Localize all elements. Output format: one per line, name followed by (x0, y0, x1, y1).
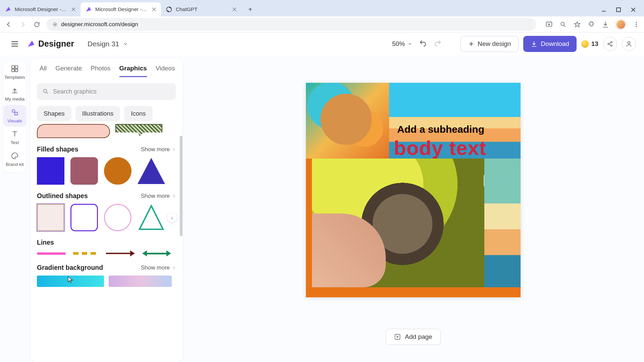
reload-button[interactable] (32, 20, 42, 29)
panel-scroll-area[interactable]: Filled shapes Show more Outlined shapes … (30, 124, 182, 362)
designer-logo-icon (27, 40, 36, 48)
line-arrow[interactable] (106, 250, 135, 256)
browser-tab[interactable]: ChatGPT (161, 2, 241, 16)
left-rail: Templates My media Visuals Text Brand ki… (0, 55, 30, 362)
app-logo[interactable]: Designer (27, 39, 74, 49)
install-app-icon[interactable] (545, 21, 553, 28)
designer-favicon-icon (85, 6, 92, 13)
rail-label: Text (11, 140, 19, 145)
workspace: Templates My media Visuals Text Brand ki… (0, 55, 644, 362)
redo-button[interactable] (434, 39, 442, 49)
browser-menu-icon[interactable] (633, 21, 640, 28)
tab-videos[interactable]: Videos (156, 65, 175, 77)
design-name-text: Design 31 (88, 40, 119, 48)
svg-point-6 (636, 22, 637, 23)
tab-graphics[interactable]: Graphics (119, 65, 147, 77)
chatgpt-favicon-icon (166, 6, 172, 13)
design-name-dropdown[interactable]: Design 31 (88, 40, 128, 48)
rail-label: My media (5, 97, 25, 102)
zoom-icon[interactable] (559, 21, 567, 28)
tab-photos[interactable]: Photos (91, 65, 110, 77)
minimize-icon[interactable] (601, 7, 606, 12)
rail-templates[interactable]: Templates (3, 61, 26, 83)
share-button[interactable] (603, 37, 617, 51)
filled-square-shape[interactable] (37, 157, 64, 185)
tab-generate[interactable]: Generate (55, 65, 82, 77)
filled-triangle-shape[interactable] (138, 158, 165, 184)
forward-button[interactable] (18, 20, 28, 29)
close-icon[interactable] (152, 7, 156, 12)
address-bar: designer.microsoft.com/design (0, 16, 644, 33)
chip-illustrations[interactable]: Illustrations (75, 106, 120, 121)
url-field[interactable]: designer.microsoft.com/design (46, 18, 536, 31)
browser-tab-active[interactable]: Microsoft Designer - Stunning (80, 2, 161, 16)
downloads-icon[interactable] (602, 21, 609, 28)
zoom-dropdown[interactable]: 50% (392, 40, 412, 48)
hamburger-menu-button[interactable] (8, 37, 21, 51)
back-button[interactable] (4, 20, 13, 29)
gradient-pastel[interactable] (109, 276, 172, 287)
show-more-filled[interactable]: Show more (141, 146, 176, 153)
browser-tab[interactable]: Microsoft Designer - Stunning (0, 2, 80, 16)
account-button[interactable] (622, 37, 636, 51)
profile-avatar[interactable] (616, 19, 626, 29)
window-close-icon[interactable] (631, 7, 636, 12)
extensions-icon[interactable] (588, 21, 595, 28)
close-icon[interactable] (71, 7, 76, 12)
line-dashed[interactable] (73, 252, 99, 255)
new-tab-button[interactable]: + (244, 3, 256, 15)
palette-icon (11, 152, 19, 160)
line-solid[interactable] (37, 252, 66, 255)
add-page-button[interactable]: Add page (386, 329, 440, 345)
svg-point-19 (43, 89, 47, 93)
tab-all[interactable]: All (40, 65, 47, 77)
rail-visuals[interactable]: Visuals (3, 105, 26, 127)
canvas-body-text[interactable]: body text (394, 136, 486, 160)
rail-mymedia[interactable]: My media (3, 83, 26, 105)
search-graphics-input[interactable]: Search graphics (37, 83, 176, 100)
canvas-subheading-text[interactable]: Add a subheading (397, 124, 484, 135)
upload-icon (11, 86, 19, 95)
search-icon (42, 88, 49, 95)
canvas-image-dog-photo[interactable] (312, 159, 484, 287)
speech-bubble-shape[interactable] (37, 124, 110, 138)
outlined-square-shape[interactable] (37, 204, 64, 231)
design-canvas[interactable]: Add a subheading body text g (306, 83, 521, 297)
chevron-down-icon (123, 41, 128, 47)
outlined-triangle-shape[interactable] (138, 204, 165, 231)
new-design-button[interactable]: New design (461, 36, 519, 52)
scrollbar-thumb[interactable] (180, 136, 182, 236)
plus-icon (468, 41, 474, 47)
bookmark-icon[interactable] (574, 21, 581, 28)
plus-square-icon (394, 334, 401, 340)
show-more-outlined[interactable]: Show more (141, 193, 176, 199)
filled-circle-shape[interactable] (104, 157, 131, 185)
rail-text[interactable]: Text (3, 127, 26, 148)
credits-badge[interactable]: 13 (581, 40, 598, 48)
show-more-gradient[interactable]: Show more (141, 264, 176, 271)
visuals-icon (11, 108, 19, 116)
tab-title: Microsoft Designer - Stunning (95, 6, 148, 12)
line-double-arrow[interactable] (142, 250, 171, 256)
chip-icons[interactable]: Icons (124, 106, 152, 121)
close-icon[interactable] (232, 7, 237, 12)
canvas-area[interactable]: Add a subheading body text g Add page (182, 55, 644, 362)
outlined-rounded-square-shape[interactable] (70, 204, 98, 231)
gradient-cyan[interactable] (37, 276, 104, 287)
section-lines-title: Lines (37, 239, 54, 246)
browser-tab-strip: Microsoft Designer - Stunning Microsoft … (0, 0, 644, 16)
canvas-image-beach-strip[interactable] (484, 159, 521, 287)
download-button[interactable]: Download (523, 36, 577, 52)
outlined-circle-shape[interactable] (104, 204, 131, 231)
maximize-icon[interactable] (616, 7, 621, 12)
undo-button[interactable] (419, 39, 427, 49)
rail-brandkit[interactable]: Brand kit (3, 148, 26, 170)
filled-rounded-square-shape[interactable] (70, 157, 98, 185)
carousel-next-button[interactable]: › (167, 213, 177, 223)
speech-bubble-hatched-shape[interactable] (115, 124, 162, 136)
chip-shapes[interactable]: Shapes (37, 106, 71, 121)
canvas-image-dog-cartoon[interactable] (306, 83, 390, 159)
chevron-right-icon (172, 266, 176, 270)
svg-point-17 (12, 110, 15, 112)
credits-count: 13 (591, 40, 598, 48)
